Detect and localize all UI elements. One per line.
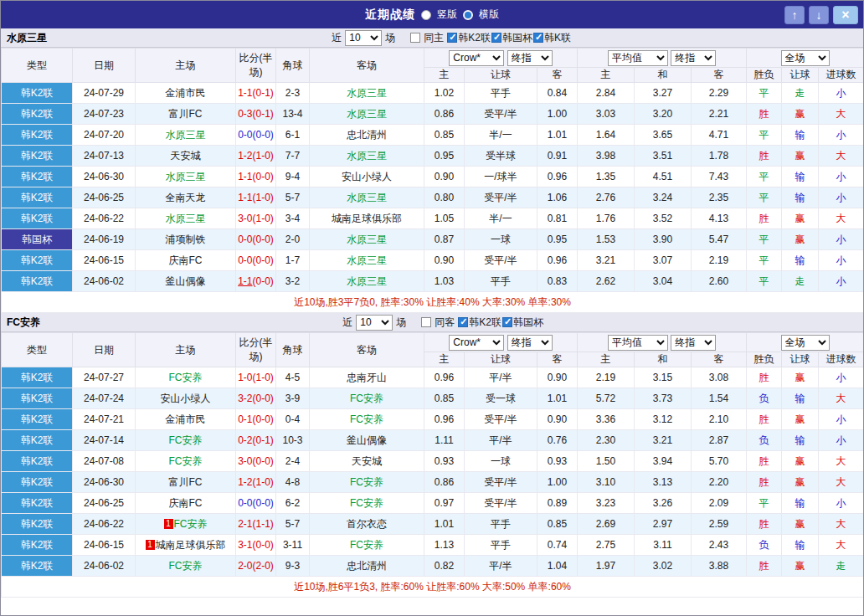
handicap-result: 输 (782, 430, 819, 451)
score: 1-1(0-0) (236, 271, 276, 292)
match-date: 24-06-25 (73, 493, 136, 514)
euro-odds-header: 平均值 终指 (578, 49, 747, 68)
handicap-away-odds: 1.00 (537, 104, 578, 125)
league-type: 韩K2联 (2, 388, 73, 409)
same-away-checkbox[interactable] (421, 317, 431, 327)
col-date: 日期 (73, 49, 136, 83)
handicap-odds-header: Crow* 终指 (424, 49, 578, 68)
euro-final-select[interactable]: 终指 (671, 335, 716, 351)
recent-label: 近 (342, 316, 352, 330)
away-team: 水原三星 (310, 104, 424, 125)
move-down-button[interactable]: ↓ (809, 6, 829, 24)
handicap-result: 输 (782, 535, 819, 556)
col-euro-away: 客 (692, 352, 747, 367)
radio-vertical-label[interactable]: 竖版 (437, 8, 457, 22)
score: 2-0(2-0) (236, 556, 276, 577)
corner-score: 4-8 (276, 472, 310, 493)
handicap-away-odds: 0.91 (537, 146, 578, 167)
col-date: 日期 (73, 333, 136, 367)
scope-select[interactable]: 全场 (781, 335, 830, 351)
home-team: 浦项制铁 (136, 229, 236, 250)
match-date: 24-06-30 (73, 167, 136, 187)
move-up-button[interactable]: ↑ (784, 6, 805, 24)
radio-horizontal-label[interactable]: 横版 (479, 8, 499, 22)
corner-score: 6-2 (276, 493, 310, 514)
team-title: FC安养 (7, 316, 40, 330)
handicap-away-odds: 0.89 (537, 493, 578, 514)
league-filter-checkbox[interactable] (502, 317, 512, 327)
euro-draw-odds: 3.90 (635, 229, 692, 250)
handicap-line: 受半球 (465, 146, 537, 167)
handicap-home-odds: 0.86 (424, 104, 465, 125)
same-away-label: 同客 (435, 316, 455, 330)
handicap-line: 受平/半 (465, 250, 537, 271)
match-result: 平 (747, 125, 782, 146)
filter-controls: 近 10 场 同主 韩K2联韩国杯韩K联 (332, 30, 857, 46)
away-team: 天安城 (310, 451, 424, 472)
home-team: 1城南足球俱乐部 (136, 535, 236, 556)
match-date: 24-06-15 (73, 250, 136, 271)
goals-result: 大 (819, 208, 864, 229)
league-filter-label: 韩K联 (544, 31, 571, 45)
col-hcp-home: 主 (424, 68, 465, 83)
matches-label: 场 (396, 316, 406, 330)
goals-result: 小 (819, 167, 864, 187)
odds-final-select[interactable]: 终指 (507, 50, 553, 66)
league-type: 韩K2联 (2, 556, 73, 577)
match-row: 韩K2联24-06-30水原三星1-1(0-0)9-4安山小绿人0.90一/球半… (2, 167, 864, 187)
league-type: 韩K2联 (2, 271, 73, 292)
col-euro-home: 主 (578, 352, 635, 367)
goals-result: 大 (819, 388, 864, 409)
league-type: 韩K2联 (2, 493, 73, 514)
handicap-result: 赢 (782, 409, 819, 430)
matches-tbody-anyang: 韩K2联24-07-27FC安养1-0(1-0)4-5忠南牙山0.96平/半0.… (2, 367, 864, 577)
league-filter-checkbox[interactable] (533, 33, 543, 43)
home-team: 全南天龙 (136, 187, 236, 208)
odds-source-select[interactable]: Crow* (449, 50, 504, 66)
section-header-anyang: FC安养 近 10 场 同客 韩K2联韩国杯 (1, 313, 863, 332)
score: 1-1(0-0) (236, 167, 276, 187)
handicap-away-odds: 0.76 (537, 430, 578, 451)
handicap-away-odds: 1.01 (537, 388, 578, 409)
handicap-line: 受平/半 (465, 104, 537, 125)
euro-avg-select[interactable]: 平均值 (608, 335, 668, 351)
euro-final-select[interactable]: 终指 (671, 50, 716, 66)
match-date: 24-06-19 (73, 229, 136, 250)
close-button[interactable]: × (833, 6, 858, 24)
away-team: 水原三星 (310, 146, 424, 167)
odds-source-select[interactable]: Crow* (449, 335, 504, 351)
scope-select[interactable]: 全场 (781, 50, 830, 66)
home-team: 金浦市民 (136, 83, 236, 104)
away-team: 水原三星 (310, 271, 424, 292)
handicap-result: 赢 (782, 451, 819, 472)
league-filter-checkbox[interactable] (491, 33, 501, 43)
euro-away-odds: 2.10 (692, 409, 747, 430)
away-team: FC安养 (310, 493, 424, 514)
recent-count-select[interactable]: 10 (356, 315, 393, 331)
euro-draw-odds: 3.73 (635, 388, 692, 409)
league-filter-group: 韩K2联韩国杯 (458, 316, 543, 330)
col-goals-result: 进球数 (819, 68, 864, 83)
euro-home-odds: 2.75 (578, 535, 635, 556)
col-hcp-home: 主 (424, 352, 465, 367)
goals-result: 大 (819, 535, 864, 556)
euro-avg-select[interactable]: 平均值 (608, 50, 668, 66)
matches-table-anyang: 类型 日期 主场 比分(半场) 角球 客场 Crow* 终指 平均值 终指 全场 (1, 332, 864, 598)
corner-score: 4-5 (276, 367, 310, 388)
score: 3-1(0-0) (236, 535, 276, 556)
league-filter-checkbox[interactable] (458, 317, 468, 327)
radio-vertical-layout[interactable] (421, 10, 431, 20)
col-hcp-line: 让球 (465, 68, 537, 83)
goals-result: 小 (819, 187, 864, 208)
summary-line: 近10场,胜3平7负0, 胜率:30% 让胜率:40% 大率:30% 单率:30… (2, 292, 864, 313)
recent-count-select[interactable]: 10 (345, 30, 382, 46)
home-team: FC安养 (136, 451, 236, 472)
corner-score: 3-11 (276, 535, 310, 556)
same-home-checkbox[interactable] (410, 33, 420, 43)
recent-results-window: 近期战绩 竖版 横版 ↑ ↓ × 水原三星 近 10 场 同主 韩K2联韩国杯韩… (0, 0, 864, 616)
corner-score: 5-7 (276, 187, 310, 208)
league-filter-checkbox[interactable] (447, 33, 457, 43)
radio-horizontal-layout[interactable] (463, 10, 473, 20)
odds-final-select[interactable]: 终指 (507, 335, 553, 351)
home-team: 釜山偶像 (136, 271, 236, 292)
